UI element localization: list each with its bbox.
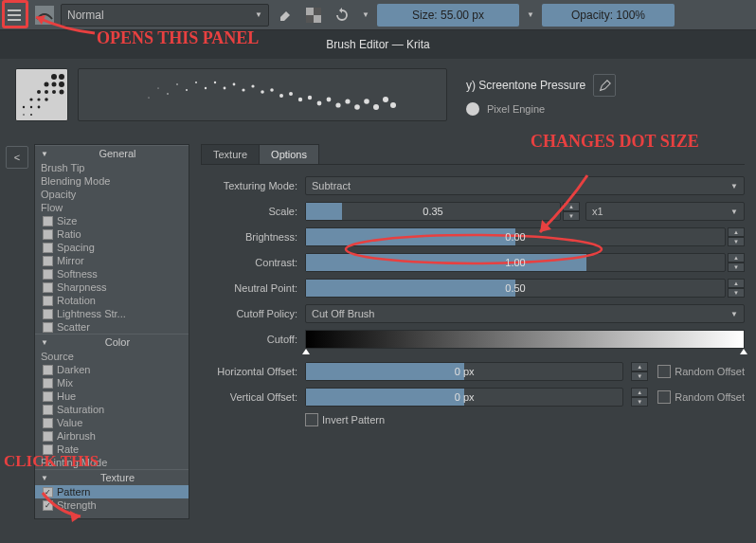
chevron-down-icon[interactable]: ▼ xyxy=(523,10,538,19)
svg-point-28 xyxy=(205,87,207,89)
opacity-slider[interactable]: Opacity: 100% xyxy=(542,4,675,27)
brightness-slider[interactable]: 0.00 xyxy=(305,227,726,246)
scale-mult-combo[interactable]: x1▼ xyxy=(585,202,745,221)
tree-item[interactable]: Rotation xyxy=(35,294,189,307)
svg-point-44 xyxy=(251,84,254,87)
tree-item[interactable]: Softness xyxy=(35,267,189,281)
tree-item[interactable]: Ratio xyxy=(35,227,189,241)
tree-item[interactable]: Sharpness xyxy=(35,281,189,294)
svg-point-40 xyxy=(176,83,178,85)
cutoff-gradient[interactable] xyxy=(305,330,745,349)
tree-item[interactable]: Source xyxy=(35,350,189,363)
svg-point-47 xyxy=(308,96,312,100)
svg-rect-7 xyxy=(306,15,314,23)
brightness-spinner[interactable]: ▲▼ xyxy=(728,227,745,246)
svg-point-19 xyxy=(29,98,32,100)
tree-item[interactable]: Blending Mode xyxy=(35,174,189,188)
tree-item[interactable]: Brush Tip xyxy=(35,161,189,174)
tree-item-painting-mode[interactable]: Painting Mode xyxy=(35,456,189,469)
voffset-random-checkbox[interactable] xyxy=(657,390,671,404)
svg-point-15 xyxy=(45,90,48,94)
svg-point-32 xyxy=(279,94,283,98)
svg-point-12 xyxy=(45,82,49,87)
svg-point-10 xyxy=(59,81,64,87)
invert-pattern-label: Invert Pattern xyxy=(322,414,385,425)
tree-section-texture[interactable]: ▼Texture xyxy=(35,469,189,485)
property-tree[interactable]: ▼General Brush Tip Blending Mode Opacity… xyxy=(34,144,189,519)
tree-item[interactable]: Flow xyxy=(35,201,189,214)
voffset-label: Vertical Offset: xyxy=(201,391,305,403)
brush-preview-row: y) Screentone Pressure Pixel Engine xyxy=(0,59,756,131)
svg-point-49 xyxy=(345,99,350,103)
brightness-label: Brightness: xyxy=(201,231,305,243)
contrast-slider[interactable]: 1.00 xyxy=(305,253,726,272)
tree-item[interactable]: Opacity xyxy=(35,188,189,201)
hoffset-slider[interactable]: 0 px xyxy=(305,362,623,381)
random-offset-label: Random Offset xyxy=(675,391,745,403)
tab-options[interactable]: Options xyxy=(259,144,319,164)
svg-point-38 xyxy=(390,102,396,108)
scale-spinner[interactable]: ▲▼ xyxy=(563,202,580,221)
svg-point-26 xyxy=(167,93,169,95)
texturing-mode-combo[interactable]: Subtract▼ xyxy=(305,176,745,195)
chevron-down-icon[interactable]: ▼ xyxy=(358,10,373,19)
contrast-label: Contrast: xyxy=(201,257,305,268)
tree-item[interactable]: Value xyxy=(35,416,189,429)
tree-item[interactable]: Scatter xyxy=(35,320,189,334)
tree-item[interactable]: Saturation xyxy=(35,403,189,416)
svg-point-35 xyxy=(335,102,340,107)
svg-point-25 xyxy=(148,97,149,98)
svg-point-37 xyxy=(373,104,379,110)
tree-section-general[interactable]: ▼General xyxy=(35,145,189,161)
svg-point-24 xyxy=(23,114,25,116)
tree-item-pattern[interactable]: ✓Pattern xyxy=(35,485,189,498)
size-slider[interactable]: Size: 55.00 px xyxy=(377,4,519,27)
voffset-slider[interactable]: 0 px xyxy=(305,388,623,407)
stroke-preview xyxy=(78,68,447,121)
svg-rect-5 xyxy=(314,15,321,23)
contrast-spinner[interactable]: ▲▼ xyxy=(728,253,745,272)
tree-item[interactable]: Darken xyxy=(35,363,189,376)
tab-texture[interactable]: Texture xyxy=(201,144,260,164)
collapse-sidebar-button[interactable]: < xyxy=(6,146,28,169)
tree-item[interactable]: Spacing xyxy=(35,241,189,254)
blend-mode-dropdown[interactable]: Normal ▼ xyxy=(61,4,269,27)
tree-item[interactable]: Mix xyxy=(35,376,189,389)
svg-point-41 xyxy=(195,81,197,83)
opacity-value: Opacity: 100% xyxy=(571,9,645,22)
voffset-spinner[interactable]: ▲▼ xyxy=(631,388,648,407)
tree-item[interactable]: Lightness Str... xyxy=(35,307,189,320)
tree-item[interactable]: Hue xyxy=(35,389,189,403)
brush-thumbnail[interactable] xyxy=(15,68,68,121)
svg-point-34 xyxy=(317,101,322,106)
edit-name-button[interactable] xyxy=(593,74,616,97)
neutral-spinner[interactable]: ▲▼ xyxy=(728,279,745,298)
tree-item[interactable]: Airbrush xyxy=(35,429,189,443)
svg-rect-0 xyxy=(8,9,21,11)
scale-slider[interactable]: 0.35 xyxy=(305,202,561,221)
svg-point-9 xyxy=(51,74,57,80)
cutoff-policy-combo[interactable]: Cut Off Brush▼ xyxy=(305,304,745,323)
invert-pattern-checkbox[interactable] xyxy=(305,413,318,426)
reload-icon[interactable] xyxy=(330,3,354,27)
tree-item-strength[interactable]: ✓Strength xyxy=(35,498,189,512)
svg-rect-6 xyxy=(314,8,321,15)
hoffset-spinner[interactable]: ▲▼ xyxy=(631,362,648,381)
alpha-lock-icon[interactable] xyxy=(301,3,326,27)
blend-mode-value: Normal xyxy=(67,9,104,22)
brush-preset-icon[interactable] xyxy=(32,3,57,27)
hoffset-random-checkbox[interactable] xyxy=(657,365,671,378)
svg-point-13 xyxy=(60,90,64,95)
tree-item[interactable]: Rate xyxy=(35,443,189,456)
tree-section-color[interactable]: ▼Color xyxy=(35,334,189,350)
options-tabs: Texture Options xyxy=(201,144,745,165)
brush-editor-icon[interactable] xyxy=(4,3,28,27)
tree-item[interactable]: Mirror xyxy=(35,254,189,267)
neutral-label: Neutral Point: xyxy=(201,282,305,294)
eraser-icon[interactable] xyxy=(273,3,297,27)
tree-item[interactable]: Size xyxy=(35,214,189,227)
texturing-mode-label: Texturing Mode: xyxy=(201,180,305,191)
svg-point-27 xyxy=(186,89,188,91)
neutral-slider[interactable]: 0.50 xyxy=(305,279,726,298)
svg-point-21 xyxy=(30,106,32,108)
